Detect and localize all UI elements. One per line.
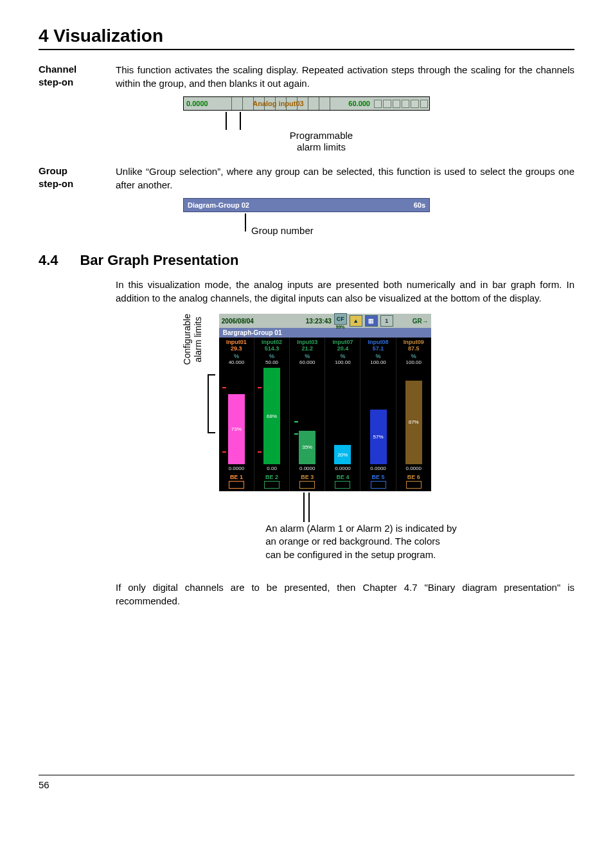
- channel-max: 40.000: [229, 359, 244, 365]
- bracket-icon: [208, 374, 215, 433]
- section-intro: In this visualization mode, the analog i…: [116, 278, 574, 305]
- scale-alarm-boxes: [373, 97, 429, 110]
- side-channel-stepon: Channel step-on: [39, 63, 116, 90]
- channel-value: 21.2: [301, 345, 313, 352]
- be-name: BE 2: [254, 474, 289, 480]
- scale-channel-name: Analog input03: [221, 97, 335, 110]
- shot-group-title: Bargraph-Group 01: [219, 328, 431, 338]
- section-title: Bar Graph Presentation: [80, 252, 238, 268]
- bar-fill: 57%: [370, 410, 387, 465]
- channel-value: 29.3: [231, 345, 242, 352]
- shot-time: 13:23:43: [306, 318, 332, 325]
- binary-channel: BE 6: [396, 473, 431, 491]
- channel-unit: %: [411, 353, 416, 359]
- channel-unit: %: [269, 353, 274, 359]
- group-strip-title: Diagram-Group 02: [188, 201, 249, 209]
- bargraph-screenshot: 2006/08/04 13:23:43 CF 99% ▲ ▥ 1 GR→ Bar…: [219, 314, 431, 491]
- gr-button[interactable]: GR→: [413, 318, 429, 325]
- channel-name: Input09: [404, 339, 424, 345]
- bar-column: Input0987.5%100.0087%0.0000: [396, 338, 431, 473]
- channel-name: Input08: [368, 339, 389, 345]
- be-state-icon: [406, 481, 422, 489]
- leader-line: [245, 213, 246, 231]
- channel-min: 0.0000: [229, 466, 244, 471]
- side-stepon: step-on: [39, 77, 73, 87]
- annot-l3: can be configured in the setup program.: [265, 549, 436, 560]
- chapter-title: 4 Visualization: [39, 26, 574, 46]
- channel-max: 100.00: [335, 359, 350, 365]
- scale-caption: Programmable alarm limits: [213, 130, 430, 153]
- binary-channel: BE 2: [254, 473, 290, 491]
- channel-name: Input01: [226, 339, 247, 345]
- section-number: 4.4: [39, 252, 77, 269]
- channel-min: 0.0000: [406, 466, 422, 471]
- cf-icon[interactable]: CF: [334, 313, 347, 325]
- scale-caption-l2: alarm limits: [297, 141, 346, 152]
- chapter-rule: [39, 49, 574, 50]
- annot-l2: an orange or red background. The colors: [265, 536, 440, 547]
- channel-stepon-text: This function activates the scaling disp…: [116, 63, 574, 90]
- channel-max: 100.00: [406, 359, 422, 365]
- group-stepon-text: Unlike “Group selection”, where any grou…: [116, 165, 574, 192]
- bar-column: Input0720.4%100.0020%0.0000: [325, 338, 360, 473]
- alarm-box-icon: [383, 100, 391, 108]
- page-icon[interactable]: 1: [380, 315, 393, 327]
- channel-max: 60.000: [299, 359, 315, 365]
- channel-name: Input02: [262, 339, 282, 345]
- vlabel-l2: alarm limits: [193, 316, 203, 362]
- alarm-box-icon: [402, 100, 409, 108]
- group-pointer-label: Group number: [251, 225, 314, 236]
- channel-min: 0.0000: [370, 466, 386, 471]
- be-state-icon: [264, 481, 280, 489]
- bar-fill: 87%: [405, 381, 422, 465]
- be-state-icon: [229, 481, 244, 489]
- be-state-icon: [335, 481, 350, 489]
- channel-value: 20.4: [337, 345, 349, 352]
- side-group: Group: [39, 165, 67, 176]
- vlabel-l1: Configurable: [182, 314, 192, 365]
- side-stepon2: step-on: [39, 178, 73, 189]
- shot-date: 2006/08/04: [222, 318, 254, 325]
- be-name: BE 3: [290, 474, 324, 480]
- bar-fill: 35%: [299, 431, 315, 465]
- annot-l1: An alarm (Alarm 1 or Alarm 2) is indicat…: [265, 523, 457, 534]
- be-name: BE 4: [325, 474, 360, 480]
- bar-column: Input02514.3%50.0068%0.00: [254, 338, 290, 473]
- alarm-box-icon: [411, 100, 418, 108]
- bar-column: Input0129.3%40.00073%0.0000: [219, 338, 254, 473]
- scale-max: 60.000: [335, 97, 373, 110]
- channel-min: 0.0000: [299, 466, 315, 471]
- binary-channel: BE 3: [290, 473, 325, 491]
- cf-pct: 99%: [336, 325, 345, 329]
- group-figure: Diagram-Group 02 60s Group number: [183, 198, 430, 231]
- channel-min: 0.00: [267, 466, 277, 471]
- bar-column: Input0857.1%100.0057%0.0000: [360, 338, 396, 473]
- binary-channel: BE 5: [360, 473, 396, 491]
- channel-unit: %: [340, 353, 345, 359]
- alarm-icon[interactable]: ▲: [350, 315, 362, 327]
- channel-unit: %: [234, 353, 239, 359]
- scale-caption-l1: Programmable: [290, 130, 353, 141]
- bar-column: Input0321.2%60.00035%0.0000: [290, 338, 325, 473]
- binary-channel: BE 1: [219, 473, 254, 491]
- be-name: BE 1: [219, 474, 254, 480]
- side-channel: Channel: [39, 64, 76, 75]
- channel-max: 100.00: [370, 359, 386, 365]
- view-icon[interactable]: ▥: [365, 315, 378, 327]
- bar-fill: 73%: [228, 394, 245, 465]
- leader-line: [226, 112, 227, 130]
- channel-unit: %: [305, 353, 310, 359]
- alarm-box-icon: [374, 100, 382, 108]
- page-number: 56: [39, 779, 49, 790]
- leader-line: [308, 493, 310, 522]
- scale-zero: 0.0000: [184, 97, 221, 110]
- be-name: BE 6: [396, 474, 431, 480]
- side-group-stepon: Group step-on: [39, 165, 116, 192]
- channel-unit: %: [376, 353, 381, 359]
- closing-text: If only digital channels are to be prese…: [116, 581, 574, 608]
- alarm-box-icon: [420, 100, 428, 108]
- channel-max: 50.00: [265, 359, 278, 365]
- channel-value: 57.1: [373, 345, 384, 352]
- blank-icon: [396, 316, 410, 326]
- channel-value: 514.3: [265, 345, 280, 352]
